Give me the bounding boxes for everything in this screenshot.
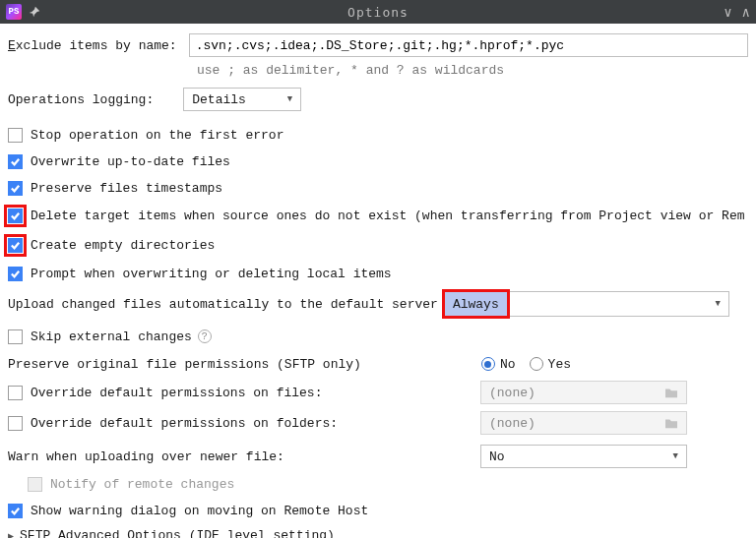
show-warning-move-label: Show warning dialog on moving on Remote … xyxy=(31,504,368,518)
sftp-advanced-label: SFTP Advanced Options (IDE level setting… xyxy=(20,528,335,538)
options-panel: Exclude items by name: use ; as delimite… xyxy=(0,24,756,538)
create-empty-checkbox[interactable] xyxy=(8,238,23,253)
delete-target-checkbox[interactable] xyxy=(8,209,23,223)
show-warning-move-checkbox[interactable] xyxy=(8,504,23,518)
override-folders-label: Override default permissions on folders: xyxy=(31,416,338,431)
folder-icon xyxy=(664,387,678,398)
radio-icon xyxy=(481,357,495,371)
prompt-overwrite-checkbox[interactable] xyxy=(8,267,23,281)
window-title: Options xyxy=(347,5,409,20)
highlight-box xyxy=(4,234,27,257)
auto-upload-value: Always xyxy=(442,289,510,319)
delete-target-label: Delete target items when source ones do … xyxy=(31,209,745,223)
collapse-up-icon[interactable]: ∧ xyxy=(742,4,750,21)
perm-value: (none) xyxy=(489,416,536,431)
preserve-perm-no-radio[interactable]: No xyxy=(481,357,516,372)
titlebar: PS Options ∨ ∧ xyxy=(0,0,756,24)
help-icon[interactable]: ? xyxy=(198,329,212,343)
logging-label: Operations logging: xyxy=(8,92,154,107)
logging-select[interactable]: Details ▼ xyxy=(183,88,301,111)
override-folders-checkbox[interactable] xyxy=(8,416,23,431)
chevron-right-icon: ▶ xyxy=(8,530,14,539)
preserve-timestamps-label: Preserve files timestamps xyxy=(31,181,222,196)
notify-remote-label: Notify of remote changes xyxy=(50,477,234,492)
skip-external-label: Skip external changes xyxy=(31,329,192,344)
notify-remote-checkbox xyxy=(28,477,42,492)
preserve-timestamps-checkbox[interactable] xyxy=(8,181,23,196)
preserve-perm-label: Preserve original file permissions (SFTP… xyxy=(8,357,361,372)
stop-first-error-label: Stop operation on the first error xyxy=(31,128,284,143)
preserve-perm-yes-radio[interactable]: Yes xyxy=(530,357,571,372)
pin-icon[interactable] xyxy=(28,5,41,19)
exclude-label: Exclude items by name: xyxy=(8,38,177,53)
override-files-checkbox[interactable] xyxy=(8,386,23,400)
collapse-down-icon[interactable]: ∨ xyxy=(724,4,731,21)
folder-icon xyxy=(664,417,678,429)
radio-label: Yes xyxy=(548,357,571,372)
auto-upload-select[interactable]: Always ▼ xyxy=(444,291,729,317)
create-empty-label: Create empty directories xyxy=(31,238,215,253)
preserve-perm-radio-group: No Yes xyxy=(481,357,571,372)
highlight-box xyxy=(4,205,27,227)
radio-label: No xyxy=(500,357,516,372)
logging-value: Details xyxy=(192,92,246,107)
chevron-down-icon: ▼ xyxy=(287,94,292,104)
warn-newer-label: Warn when uploading over newer file: xyxy=(8,449,284,464)
app-icon: PS xyxy=(6,4,22,20)
exclude-hint: use ; as delimiter, * and ? as wildcards xyxy=(197,63,748,78)
warn-newer-value: No xyxy=(489,449,505,464)
stop-first-error-checkbox[interactable] xyxy=(8,128,23,143)
skip-external-checkbox[interactable] xyxy=(8,329,23,344)
files-permission-select: (none) xyxy=(480,381,687,404)
perm-value: (none) xyxy=(489,386,536,400)
warn-newer-select[interactable]: No ▼ xyxy=(480,445,687,468)
sftp-advanced-expander[interactable]: ▶ SFTP Advanced Options (IDE level setti… xyxy=(8,528,748,538)
folders-permission-select: (none) xyxy=(480,411,687,435)
chevron-down-icon: ▼ xyxy=(715,299,720,309)
chevron-down-icon: ▼ xyxy=(673,451,678,461)
auto-upload-label: Upload changed files automatically to th… xyxy=(8,297,438,312)
prompt-overwrite-label: Prompt when overwriting or deleting loca… xyxy=(31,267,392,281)
override-files-label: Override default permissions on files: xyxy=(31,386,322,400)
radio-icon xyxy=(530,357,543,371)
exclude-input[interactable] xyxy=(189,33,748,57)
overwrite-uptodate-checkbox[interactable] xyxy=(8,154,23,169)
overwrite-uptodate-label: Overwrite up-to-date files xyxy=(31,154,230,169)
